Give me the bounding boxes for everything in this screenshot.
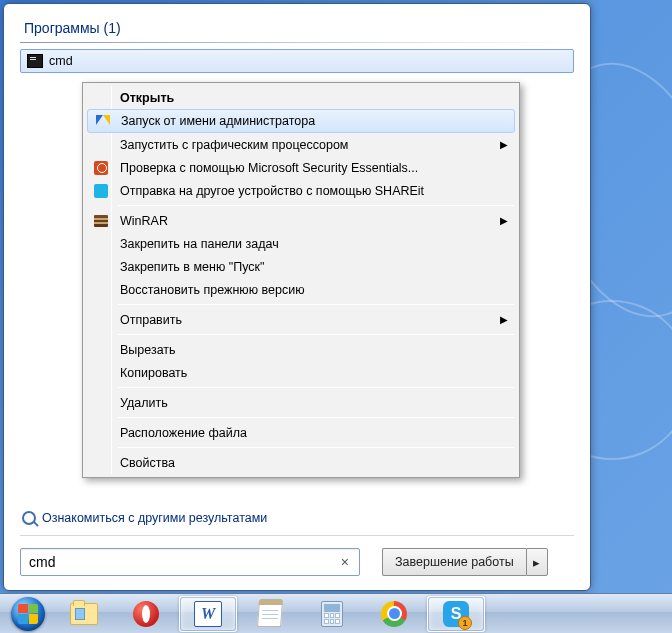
context-menu-item-label: Проверка с помощью Microsoft Security Es… xyxy=(120,161,418,175)
context-menu-separator xyxy=(118,334,514,335)
context-menu-item-label: Удалить xyxy=(120,396,168,410)
context-menu-item[interactable]: Удалить xyxy=(86,391,516,414)
context-menu-item-label: Свойства xyxy=(120,456,175,470)
search-input[interactable] xyxy=(29,554,337,570)
context-menu-separator xyxy=(118,205,514,206)
shareit-icon xyxy=(92,182,110,200)
context-menu-item-label: Закрепить на панели задач xyxy=(120,237,279,251)
taskbar-item-skype[interactable]: S1 xyxy=(427,596,485,632)
context-menu-separator xyxy=(118,417,514,418)
taskbar-item-explorer[interactable] xyxy=(55,596,113,632)
context-menu-item-label: Запуск от имени администратора xyxy=(121,114,315,128)
see-more-results-link[interactable]: Ознакомиться с другими результатами xyxy=(22,511,574,525)
submenu-arrow-icon: ▶ xyxy=(500,139,508,150)
context-menu-item[interactable]: Отправка на другое устройство с помощью … xyxy=(86,179,516,202)
windows-logo-icon xyxy=(11,597,45,631)
context-menu-item[interactable]: Свойства xyxy=(86,451,516,474)
context-menu-item-label: Отправить xyxy=(120,313,182,327)
explorer-icon xyxy=(70,603,98,625)
context-menu-item-label: Открыть xyxy=(120,91,174,105)
context-menu-item[interactable]: Вырезать xyxy=(86,338,516,361)
taskbar-item-chrome[interactable] xyxy=(365,596,423,632)
context-menu-item-label: Вырезать xyxy=(120,343,176,357)
see-more-label: Ознакомиться с другими результатами xyxy=(42,511,267,525)
mse-icon xyxy=(92,159,110,177)
context-menu-separator xyxy=(118,387,514,388)
section-divider xyxy=(20,42,574,43)
calc-icon xyxy=(321,601,343,627)
context-menu-item[interactable]: Закрепить на панели задач xyxy=(86,232,516,255)
notification-badge: 1 xyxy=(458,616,472,630)
context-menu-item[interactable]: Запуск от имени администратора xyxy=(87,109,515,133)
context-menu-item[interactable]: Отправить▶ xyxy=(86,308,516,331)
search-result-label: cmd xyxy=(49,54,73,68)
winrar-icon xyxy=(92,212,110,230)
context-menu-item-label: Отправка на другое устройство с помощью … xyxy=(120,184,424,198)
context-menu-item[interactable]: WinRAR▶ xyxy=(86,209,516,232)
context-menu-item-label: Восстановить прежнюю версию xyxy=(120,283,305,297)
programs-section-header: Программы (1) xyxy=(20,20,574,36)
shield-icon xyxy=(94,112,112,130)
shutdown-button-group: Завершение работы ▸ xyxy=(382,548,548,576)
context-menu-item-label: Копировать xyxy=(120,366,187,380)
shutdown-label: Завершение работы xyxy=(395,555,514,569)
bottom-divider xyxy=(20,535,574,536)
context-menu-item-label: Расположение файла xyxy=(120,426,247,440)
shutdown-options-button[interactable]: ▸ xyxy=(526,548,548,576)
skype-icon: S1 xyxy=(443,601,469,627)
clear-search-button[interactable]: × xyxy=(337,554,353,570)
taskbar-item-opera[interactable] xyxy=(117,596,175,632)
taskbar-item-notepad[interactable] xyxy=(241,596,299,632)
opera-icon xyxy=(133,601,159,627)
context-menu: ОткрытьЗапуск от имени администратораЗап… xyxy=(82,82,520,478)
submenu-arrow-icon: ▶ xyxy=(500,314,508,325)
start-menu-bottom-row: × Завершение работы ▸ xyxy=(20,548,574,576)
context-menu-separator xyxy=(118,447,514,448)
notepad-icon xyxy=(257,601,283,627)
context-menu-item[interactable]: Расположение файла xyxy=(86,421,516,444)
cmd-icon xyxy=(27,54,43,68)
taskbar-item-word[interactable]: W xyxy=(179,596,237,632)
context-menu-item[interactable]: Запустить с графическим процессором▶ xyxy=(86,133,516,156)
submenu-arrow-icon: ▶ xyxy=(500,215,508,226)
context-menu-item-label: Закрепить в меню "Пуск" xyxy=(120,260,264,274)
context-menu-item[interactable]: Проверка с помощью Microsoft Security Es… xyxy=(86,156,516,179)
context-menu-item[interactable]: Восстановить прежнюю версию xyxy=(86,278,516,301)
context-menu-item[interactable]: Закрепить в меню "Пуск" xyxy=(86,255,516,278)
chrome-icon xyxy=(381,601,407,627)
shutdown-button[interactable]: Завершение работы xyxy=(382,548,526,576)
chevron-right-icon: ▸ xyxy=(533,555,540,570)
search-result-cmd[interactable]: cmd xyxy=(20,49,574,73)
context-menu-separator xyxy=(118,304,514,305)
context-menu-item-label: WinRAR xyxy=(120,214,168,228)
start-button[interactable] xyxy=(5,595,51,633)
context-menu-item-label: Запустить с графическим процессором xyxy=(120,138,348,152)
taskbar-item-calc[interactable] xyxy=(303,596,361,632)
taskbar: WS1 xyxy=(0,593,672,633)
context-menu-item[interactable]: Открыть xyxy=(86,86,516,109)
search-icon xyxy=(22,511,36,525)
context-menu-item[interactable]: Копировать xyxy=(86,361,516,384)
start-search-box[interactable]: × xyxy=(20,548,360,576)
word-icon: W xyxy=(194,601,222,627)
